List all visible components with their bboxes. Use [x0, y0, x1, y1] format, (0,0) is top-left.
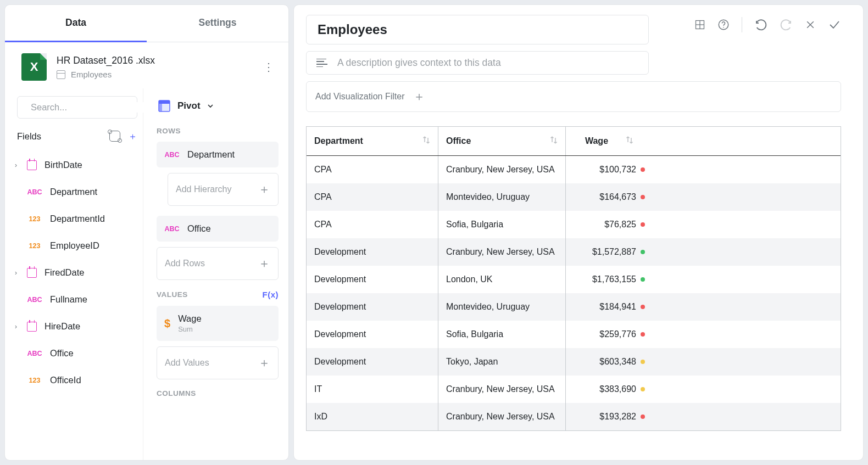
builder-pane: Pivot ROWS ABC Department Add Hierarchy＋… [143, 88, 288, 460]
table-row[interactable]: CPACranbury, New Jersey, USA$100,732 [307, 156, 841, 183]
table-row[interactable]: DevelopmentSofia, Bulgaria$259,776 [307, 321, 841, 348]
cell-wage: $603,348 [566, 348, 653, 376]
chevron-down-icon [207, 103, 214, 109]
datasource-row: X HR Dataset_2016 .xlsx Employees ⋮ [5, 42, 288, 88]
cell-wage: $76,825 [566, 211, 653, 238]
cell-office: Sofia, Bulgaria [438, 321, 566, 348]
field-item-label: OfficeId [50, 375, 81, 385]
status-dot [641, 195, 645, 199]
field-item-label: EmployeeID [50, 240, 99, 251]
calendar-icon [27, 322, 37, 332]
search-input[interactable] [31, 102, 147, 113]
description-input[interactable]: A description gives context to this data [306, 51, 649, 75]
fields-pane: Fields ＋ ›BirthDate›ABCDepartment›123Dep… [5, 88, 143, 460]
table-row[interactable]: DevelopmentTokyo, Japan$603,348 [307, 348, 841, 376]
field-item-label: Fullname [50, 294, 87, 305]
cell-department: IxD [307, 403, 438, 430]
rows-section-label: ROWS [157, 127, 279, 135]
add-filter-button[interactable]: Add Visualization Filter ＋ [306, 81, 841, 112]
cell-office: Sofia, Bulgaria [438, 211, 566, 238]
status-dot [641, 332, 645, 337]
pivot-icon [158, 99, 171, 113]
field-item-employeeid[interactable]: ›123EmployeeID [12, 232, 137, 259]
table-row[interactable]: DevelopmentLondon, UK$1,763,155 [307, 266, 841, 293]
help-icon[interactable] [717, 19, 730, 31]
visualization-type-selector[interactable]: Pivot [158, 99, 279, 113]
cell-wage: $1,572,887 [566, 238, 653, 266]
row-chip-office[interactable]: ABC Office [157, 216, 279, 242]
value-chip-wage[interactable]: $ Wage Sum [157, 306, 279, 341]
fields-search[interactable] [17, 96, 137, 119]
field-item-label: DepartmentId [50, 214, 105, 224]
col-header-office[interactable]: Office [438, 127, 566, 155]
num-tag-icon: 123 [27, 242, 42, 250]
fx-button[interactable]: F(x) [263, 290, 279, 299]
description-placeholder: A description gives context to this data [337, 57, 501, 69]
cell-office: Tokyo, Japan [438, 348, 566, 376]
status-dot [641, 414, 645, 419]
field-item-fullname[interactable]: ›ABCFullname [12, 286, 137, 313]
title-input[interactable]: Employees [306, 15, 649, 44]
xlsx-file-icon: X [21, 53, 47, 81]
cell-wage: $100,732 [566, 156, 653, 183]
editor-toolbar [694, 15, 841, 32]
sort-icon[interactable] [626, 136, 633, 147]
undo-icon[interactable] [754, 18, 767, 31]
sidebar-tabs: Data Settings [5, 5, 288, 42]
status-dot [641, 387, 645, 391]
cell-wage: $164,673 [566, 183, 653, 211]
chevron-right-icon[interactable]: › [15, 269, 19, 277]
abc-tag-icon: ABC [27, 350, 42, 357]
cell-department: CPA [307, 156, 438, 183]
field-item-office[interactable]: ›ABCOffice [12, 340, 137, 367]
ai-fields-icon[interactable] [109, 131, 120, 142]
cell-wage: $1,763,155 [566, 266, 653, 293]
field-item-officeid[interactable]: ›123OfficeId [12, 367, 137, 394]
add-values-button[interactable]: Add Values＋ [157, 346, 279, 379]
col-header-wage[interactable]: Wage [566, 127, 653, 155]
tab-data[interactable]: Data [5, 5, 147, 42]
chevron-right-icon[interactable]: › [15, 161, 19, 169]
field-item-label: Office [50, 348, 74, 358]
field-item-label: BirthDate [44, 160, 82, 170]
table-header-row: Department Office Wage [307, 127, 841, 156]
sort-icon[interactable] [550, 136, 558, 147]
row-chip-department[interactable]: ABC Department [157, 142, 279, 167]
svg-rect-4 [159, 100, 162, 111]
table-row[interactable]: DevelopmentCranbury, New Jersey, USA$1,5… [307, 238, 841, 266]
cell-department: Development [307, 238, 438, 266]
tab-settings[interactable]: Settings [147, 5, 288, 42]
sidebar-panel: Data Settings X HR Dataset_2016 .xlsx Em… [4, 4, 289, 461]
datasource-sheet: Employees [57, 70, 155, 79]
pivot-table[interactable]: Department Office Wage CPACranbury, New … [306, 126, 841, 431]
datasource-menu-icon[interactable]: ⋮ [259, 57, 279, 77]
values-section-label: VALUES F(x) [157, 290, 279, 299]
grid-view-icon[interactable] [694, 19, 705, 30]
sort-icon[interactable] [422, 136, 430, 147]
field-item-fireddate[interactable]: ›FiredDate [12, 259, 137, 286]
plus-icon: ＋ [258, 355, 270, 371]
table-row[interactable]: CPAMontevideo, Uruguay$164,673 [307, 183, 841, 211]
field-item-department[interactable]: ›ABCDepartment [12, 178, 137, 205]
table-row[interactable]: IxDCranbury, New Jersey, USA$193,282 [307, 403, 841, 430]
chevron-right-icon[interactable]: › [15, 323, 19, 330]
field-item-birthdate[interactable]: ›BirthDate [12, 152, 137, 178]
dollar-icon: $ [164, 317, 170, 330]
add-rows-button[interactable]: Add Rows＋ [157, 247, 279, 280]
svg-point-9 [723, 27, 724, 28]
status-dot [641, 305, 645, 309]
table-row[interactable]: CPASofia, Bulgaria$76,825 [307, 211, 841, 238]
add-hierarchy-button[interactable]: Add Hierarchy＋ [168, 173, 279, 206]
table-row[interactable]: DevelopmentMontevideo, Uruguay$184,941 [307, 293, 841, 321]
status-dot [641, 277, 645, 282]
status-dot [641, 360, 645, 364]
redo-icon[interactable] [780, 18, 793, 31]
table-row[interactable]: ITCranbury, New Jersey, USA$383,690 [307, 376, 841, 403]
field-item-departmentid[interactable]: ›123DepartmentId [12, 205, 137, 232]
col-header-department[interactable]: Department [307, 127, 438, 155]
field-item-hiredate[interactable]: ›HireDate [12, 313, 137, 340]
cell-department: Development [307, 321, 438, 348]
plus-icon: ＋ [413, 88, 425, 105]
confirm-icon[interactable] [828, 18, 841, 31]
close-icon[interactable] [805, 19, 816, 30]
